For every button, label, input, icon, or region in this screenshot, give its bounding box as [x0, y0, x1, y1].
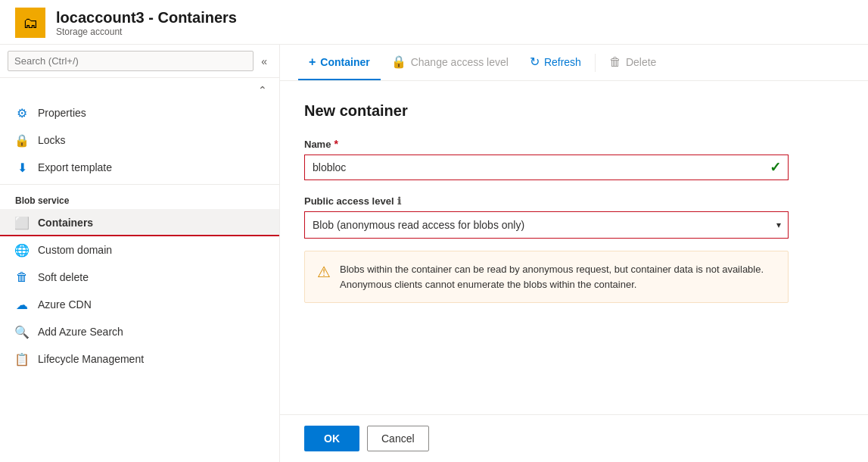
sidebar-item-properties-label: Properties	[38, 107, 86, 119]
refresh-button[interactable]: ↻ Refresh	[519, 45, 592, 80]
lock-icon: 🔒	[15, 133, 29, 147]
search-input[interactable]	[8, 51, 254, 71]
access-select-wrapper: Private (no anonymous access) Blob (anon…	[304, 211, 789, 239]
change-access-label: Change access level	[411, 56, 509, 68]
panel-footer: OK Cancel	[280, 414, 868, 462]
toolbar: + Container 🔒 Change access level ↻ Refr…	[280, 45, 868, 81]
blob-service-header: Blob service	[0, 188, 279, 209]
domain-icon: 🌐	[15, 243, 29, 257]
plus-icon: +	[309, 55, 316, 69]
sidebar-item-soft-delete-label: Soft delete	[38, 271, 89, 283]
softdelete-icon: 🗑	[15, 270, 29, 284]
lock-toolbar-icon: 🔒	[391, 55, 406, 69]
sidebar-item-add-azure-search[interactable]: 🔍 Add Azure Search	[0, 318, 279, 345]
sidebar-item-soft-delete[interactable]: 🗑 Soft delete	[0, 264, 279, 291]
content-area: + Container 🔒 Change access level ↻ Refr…	[280, 45, 868, 462]
sidebar-item-containers[interactable]: ⬜ Containers	[0, 209, 279, 236]
change-access-level-button[interactable]: 🔒 Change access level	[381, 45, 519, 80]
search-row: «	[0, 45, 279, 78]
toolbar-separator	[595, 54, 596, 72]
sidebar-item-containers-label: Containers	[38, 217, 93, 229]
access-form-group: Public access level ℹ Private (no anonym…	[304, 195, 844, 303]
sidebar: « ⌃ ⚙ Properties 🔒 Locks ⬇ Export templa…	[0, 45, 280, 462]
sidebar-item-properties[interactable]: ⚙ Properties	[0, 99, 279, 126]
warning-box: ⚠ Blobs within the container can be read…	[304, 251, 789, 303]
delete-button[interactable]: 🗑 Delete	[599, 45, 667, 80]
name-input-wrapper: ✓	[304, 155, 789, 180]
page-title: locaccount3 - Containers	[56, 9, 237, 27]
container-icon: ⬜	[15, 216, 29, 229]
properties-icon: ⚙	[15, 106, 29, 120]
sidebar-item-custom-domain[interactable]: 🌐 Custom domain	[0, 236, 279, 264]
sidebar-item-locks[interactable]: 🔒 Locks	[0, 126, 279, 154]
cdn-icon: ☁	[15, 298, 29, 311]
page-subtitle: Storage account	[56, 27, 237, 37]
delete-label: Delete	[626, 56, 656, 68]
name-form-group: Name * ✓	[304, 138, 844, 180]
sidebar-item-add-azure-search-label: Add Azure Search	[38, 326, 123, 338]
panel: New container Name * ✓ Public access lev…	[280, 81, 868, 414]
ok-button[interactable]: OK	[304, 426, 359, 451]
container-button[interactable]: + Container	[298, 45, 381, 80]
collapse-button[interactable]: «	[257, 52, 272, 70]
sidebar-item-export-label: Export template	[38, 161, 112, 173]
name-label: Name *	[304, 138, 844, 150]
refresh-label: Refresh	[544, 56, 581, 68]
sidebar-item-lifecycle-management[interactable]: 📋 Lifecycle Management	[0, 345, 279, 373]
check-icon: ✓	[770, 159, 781, 176]
search-az-icon: 🔍	[15, 325, 29, 339]
access-level-select[interactable]: Private (no anonymous access) Blob (anon…	[304, 211, 789, 239]
lifecycle-icon: 📋	[15, 352, 29, 366]
sidebar-item-export-template[interactable]: ⬇ Export template	[0, 154, 279, 181]
panel-title: New container	[304, 102, 844, 120]
warning-text: Blobs within the container can be read b…	[340, 262, 776, 292]
sidebar-items: ⌃ ⚙ Properties 🔒 Locks ⬇ Export template…	[0, 78, 279, 462]
divider	[0, 184, 279, 185]
main-layout: « ⌃ ⚙ Properties 🔒 Locks ⬇ Export templa…	[0, 45, 868, 462]
header: 🗂 locaccount3 - Containers Storage accou…	[0, 0, 868, 45]
export-icon: ⬇	[15, 161, 29, 174]
sidebar-item-custom-domain-label: Custom domain	[38, 244, 112, 256]
sidebar-item-azure-cdn[interactable]: ☁ Azure CDN	[0, 291, 279, 318]
sidebar-item-azure-cdn-label: Azure CDN	[38, 298, 92, 311]
info-icon: ℹ	[397, 195, 401, 207]
cancel-button[interactable]: Cancel	[367, 426, 429, 451]
name-required: *	[334, 138, 338, 150]
delete-icon: 🗑	[609, 55, 621, 69]
header-title-block: locaccount3 - Containers Storage account	[56, 9, 237, 37]
access-label: Public access level ℹ	[304, 195, 844, 207]
header-icon: 🗂	[15, 8, 45, 38]
section-collapse-icon[interactable]: ⌃	[258, 84, 267, 96]
warning-triangle-icon: ⚠	[317, 263, 331, 281]
name-input[interactable]	[304, 155, 789, 180]
sidebar-item-locks-label: Locks	[38, 134, 66, 146]
refresh-icon: ↻	[530, 55, 540, 69]
container-button-label: Container	[320, 56, 369, 68]
sidebar-item-lifecycle-label: Lifecycle Management	[38, 353, 144, 365]
